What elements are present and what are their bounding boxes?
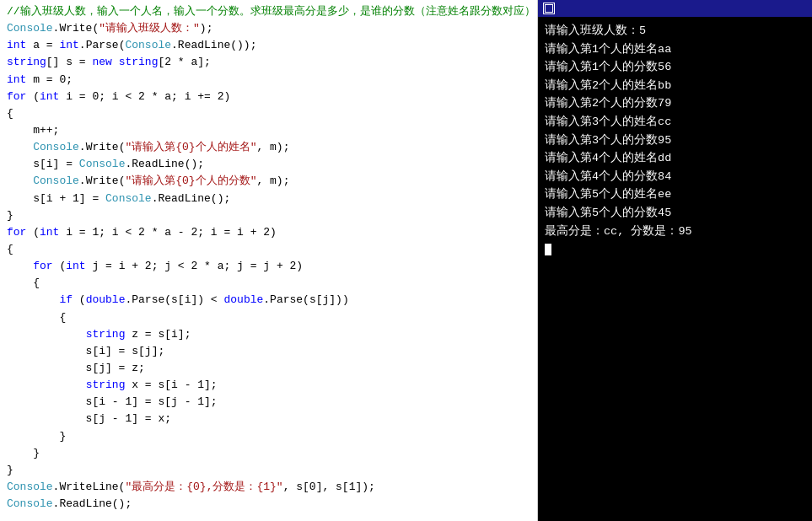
code-line: string x = s[i - 1]; [3,377,537,394]
console-icon [543,3,555,14]
svg-rect-2 [546,5,552,12]
code-body: //输入班级人数，输入一个人名，输入一个分数。求班级最高分是多少，是谁的分数（注… [0,0,537,516]
console-line: 请输入第2个人的姓名bb [545,77,805,95]
code-line: int a = int.Parse(Console.ReadLine()); [3,37,537,54]
code-line: //输入班级人数，输入一个人名，输入一个分数。求班级最高分是多少，是谁的分数（注… [3,3,537,20]
console-cursor-line [545,240,805,259]
code-line: { [3,275,537,292]
code-line: { [3,241,537,258]
code-line: s[j] = z; [3,360,537,377]
console-line: 请输入第1个人的分数56 [545,58,805,77]
code-line: } [3,207,537,224]
console-line: 请输入第2个人的分数79 [545,94,805,113]
code-line: s[i + 1] = Console.ReadLine(); [3,191,537,207]
code-line: } [3,445,537,462]
console-line: 请输入第1个人的姓名aa [545,40,805,59]
code-line: } [3,428,537,445]
code-line: s[j - 1] = x; [3,411,537,427]
code-line: Console.Write("请输入第{0}个人的姓名", m); [3,139,537,156]
code-line: Console.WriteLine("最高分是：{0},分数是：{1}", s[… [3,479,537,496]
code-line: { [3,309,537,326]
code-panel: //输入班级人数，输入一个人名，输入一个分数。求班级最高分是多少，是谁的分数（注… [0,0,538,521]
console-cursor [545,244,551,255]
console-line: 最高分是：cc, 分数是：95 [545,223,805,241]
console-panel: 请输入班级人数：5请输入第1个人的姓名aa请输入第1个人的分数56请输入第2个人… [538,0,812,521]
code-line: } [3,462,537,479]
console-line: 请输入第4个人的分数84 [545,168,805,186]
console-line: 请输入第5个人的分数45 [545,204,805,223]
console-line: 请输入班级人数：5 [545,22,805,40]
code-line: s[i] = s[j]; [3,343,537,360]
console-line: 请输入第3个人的姓名cc [545,113,805,132]
code-line: Console.Write("请输入第{0}个人的分数", m); [3,173,537,190]
console-line: 请输入第3个人的分数95 [545,132,805,150]
code-line: { [3,105,537,122]
code-line: string z = s[i]; [3,326,537,343]
code-line: Console.ReadLine(); [3,496,537,513]
code-line: s[i - 1] = s[j - 1]; [3,394,537,411]
code-line: for (int j = i + 2; j < 2 * a; j = j + 2… [3,258,537,275]
code-line: m++; [3,122,537,139]
code-line: Console.Write("请输入班级人数："); [3,20,537,37]
console-line: 请输入第4个人的姓名dd [545,149,805,168]
code-line: if (double.Parse(s[i]) < double.Parse(s[… [3,292,537,309]
code-line: int m = 0; [3,72,537,89]
console-line: 请输入第5个人的姓名ee [545,185,805,204]
console-titlebar [538,0,812,17]
code-line: for (int i = 0; i < 2 * a; i += 2) [3,89,537,105]
console-body: 请输入班级人数：5请输入第1个人的姓名aa请输入第1个人的分数56请输入第2个人… [538,17,812,521]
code-line: for (int i = 1; i < 2 * a - 2; i = i + 2… [3,224,537,241]
code-line: string[] s = new string[2 * a]; [3,54,537,71]
code-line: s[i] = Console.ReadLine(); [3,156,537,173]
